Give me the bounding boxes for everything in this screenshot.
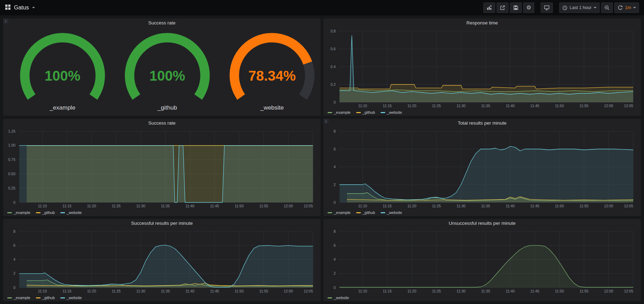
series-area-_website	[339, 245, 633, 288]
time-range-label: Last 1 hour	[570, 5, 592, 10]
dashboard-title[interactable]: Gatus	[14, 5, 29, 11]
x-axis-label: 11:20	[87, 289, 96, 293]
legend-item-_website[interactable]: _website	[381, 210, 402, 215]
x-axis-label: 12:05	[304, 204, 313, 208]
total-results-chart[interactable]: 11:1011:1511:2011:2511:3011:3511:4011:45…	[325, 128, 639, 209]
y-axis-label: 0.6	[330, 47, 336, 51]
y-axis-label: 2	[13, 271, 15, 275]
save-floppy-icon	[513, 5, 519, 10]
legend-series-label: _github	[42, 296, 55, 300]
legend-item-_website[interactable]: _website	[60, 210, 82, 215]
x-axis-label: 11:50	[235, 289, 244, 293]
x-axis-label: 11:50	[555, 204, 564, 208]
y-axis-label: 8	[334, 229, 336, 233]
legend-series-color-icon	[356, 212, 361, 213]
x-axis-label: 11:25	[432, 289, 441, 293]
x-axis-label: 12:00	[604, 104, 613, 108]
gauge-svg: 100%_github	[115, 31, 220, 112]
y-axis-label: 2	[334, 271, 336, 275]
x-axis-label: 11:45	[210, 204, 219, 208]
x-axis-label: 11:10	[358, 104, 367, 108]
panel-title[interactable]: Successful results per minute	[3, 219, 321, 228]
x-axis-label: 11:15	[383, 204, 392, 208]
legend-series-color-icon	[381, 212, 385, 213]
x-axis-label: 11:20	[87, 204, 96, 208]
unsuccessful-results-chart[interactable]: 11:1011:1511:2011:2511:3011:3511:4011:45…	[325, 228, 639, 294]
panel-title[interactable]: Success rate	[3, 18, 321, 28]
y-axis-label: 0.2	[330, 82, 336, 87]
x-axis-label: 11:55	[579, 289, 588, 293]
x-axis-label: 11:20	[408, 104, 417, 108]
legend-item-_github[interactable]: _github	[36, 210, 55, 215]
bar-chart-plus-icon	[486, 5, 492, 10]
x-axis-label: 12:05	[624, 289, 633, 293]
chart-area: 11:1011:1511:2011:2511:3011:3511:4011:45…	[5, 128, 319, 209]
panel-title[interactable]: Response time	[323, 18, 641, 28]
legend-series-color-icon	[356, 112, 361, 113]
gauge-value: 100%	[149, 68, 185, 83]
x-axis-label: 11:25	[112, 204, 121, 208]
success-rate-chart[interactable]: 11:1011:1511:2011:2511:3011:3511:4011:45…	[5, 128, 319, 209]
time-range-picker[interactable]: Last 1 hour	[559, 2, 600, 13]
legend-series-label: _github	[363, 110, 375, 114]
legend-item-_example[interactable]: _example	[7, 210, 30, 215]
x-axis-label: 12:05	[304, 289, 313, 293]
legend-item-_example[interactable]: _example	[328, 210, 351, 215]
y-axis-label: 4	[334, 257, 336, 261]
x-axis-label: 11:45	[530, 289, 540, 293]
x-axis-label: 11:20	[408, 204, 417, 208]
legend-item-_website[interactable]: _website	[381, 110, 402, 114]
x-axis-label: 11:45	[530, 204, 540, 208]
share-dashboard-button[interactable]	[497, 2, 508, 13]
gauge-_github: 100%_github	[115, 31, 220, 112]
legend-item-_example[interactable]: _example	[7, 296, 30, 300]
x-axis-label: 11:55	[259, 289, 268, 293]
panel-successful-results: Successful results per minute 11:1011:15…	[3, 219, 321, 301]
dashboards-grid-icon[interactable]	[5, 4, 11, 12]
x-axis-label: 11:10	[358, 204, 367, 208]
legend-item-_github[interactable]: _github	[356, 210, 375, 215]
y-axis-label: 0.25	[8, 186, 16, 190]
legend-item-_website[interactable]: _website	[60, 296, 82, 300]
chart-legend: _example_github_website	[3, 294, 321, 301]
add-panel-button[interactable]	[483, 2, 495, 13]
panel-title[interactable]: Unsuccessful results per minute	[323, 219, 641, 228]
info-icon[interactable]: i	[3, 18, 8, 24]
x-axis-label: 11:45	[210, 289, 219, 293]
refresh-button[interactable]: 1m	[614, 2, 639, 13]
chart-area: 11:1011:1511:2011:2511:3011:3511:4011:45…	[325, 128, 639, 209]
gauge-label: _example	[49, 104, 75, 111]
info-icon[interactable]: i	[323, 119, 329, 124]
series-area-_website	[339, 146, 633, 202]
x-axis-label: 11:40	[185, 204, 195, 208]
panel-title[interactable]: Success rate	[3, 119, 321, 128]
legend-item-_website[interactable]: _website	[328, 296, 349, 300]
dashboard-settings-button[interactable]: ⚙	[523, 2, 534, 13]
x-axis-label: 11:15	[63, 289, 72, 293]
x-axis-label: 11:35	[161, 289, 170, 293]
y-axis-label: 0	[334, 200, 336, 205]
panel-title[interactable]: Total results per minute	[323, 119, 641, 128]
top-navbar: Gatus ⚙	[0, 0, 644, 15]
clock-icon	[562, 5, 568, 10]
y-axis-label: 8	[13, 229, 15, 233]
legend-item-_example[interactable]: _example	[328, 110, 351, 114]
dashboard-header: Gatus	[5, 4, 35, 12]
x-axis-label: 11:30	[456, 104, 466, 108]
x-axis-label: 11:55	[259, 204, 268, 208]
chart-area: 11:1011:1511:2011:2511:3011:3511:4011:45…	[5, 228, 319, 294]
tv-mode-button[interactable]	[541, 2, 553, 13]
zoom-out-time-button[interactable]	[601, 2, 613, 13]
legend-item-_github[interactable]: _github	[36, 296, 55, 300]
save-dashboard-button[interactable]	[510, 2, 522, 13]
legend-series-color-icon	[328, 297, 332, 298]
x-axis-label: 11:10	[358, 289, 367, 293]
panel-response-time: Response time 11:1011:1511:2011:2511:301…	[323, 18, 641, 116]
y-axis-label: 0.4	[330, 65, 336, 69]
chevron-down-icon	[633, 7, 636, 8]
x-axis-label: 12:00	[284, 204, 293, 208]
successful-results-chart[interactable]: 11:1011:1511:2011:2511:3011:3511:4011:45…	[5, 228, 319, 294]
legend-item-_github[interactable]: _github	[356, 110, 375, 114]
gauge-value-arc	[130, 37, 205, 97]
response-time-chart[interactable]: 11:1011:1511:2011:2511:3011:3511:4011:45…	[325, 28, 639, 109]
